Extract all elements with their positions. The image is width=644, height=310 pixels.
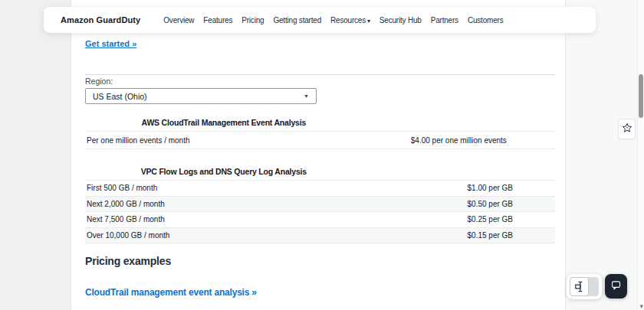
chevron-down-icon: ▾ [367,18,370,24]
brand-logo[interactable]: Amazon GuardDuty [61,15,140,24]
nav-item-features[interactable]: Features [203,16,232,24]
row-label: Per one million events / month [85,136,363,145]
row-label: Next 2,000 GB / month [85,200,363,208]
chevron-down-icon: ▼ [304,93,309,99]
cloudtrail-pricing-table: AWS CloudTrail Management Event Analysis… [85,113,555,149]
region-select[interactable]: US East (Ohio) ▼ [85,88,317,104]
vertical-scrollbar[interactable]: ▾ [637,0,644,310]
pricing-examples-heading: Pricing examples [85,255,171,267]
table-row: First 500 GB / month $1.00 per GB [85,181,555,197]
table-header: AWS CloudTrail Management Event Analysis [85,113,555,132]
scrollbar-down-arrow[interactable]: ▾ [639,302,643,310]
nav-item-partners[interactable]: Partners [431,16,458,24]
table-row: Per one million events / month $4.00 per… [85,132,555,149]
translate-button[interactable] [567,274,602,299]
table-title: AWS CloudTrail Management Event Analysis [85,113,363,131]
row-price: $0.25 per GB [363,215,555,224]
nav-item-resources-label: Resources [330,16,366,24]
favorite-button[interactable] [618,119,636,139]
table-row: Over 10,000 GB / month $0.15 per GB [85,228,555,244]
nav-item-security-hub[interactable]: Security Hub [380,16,422,24]
top-navigation: Amazon GuardDuty Overview Features Prici… [44,7,596,33]
get-started-link[interactable]: Get started » [85,39,136,48]
nav-item-getting-started[interactable]: Getting started [273,16,321,24]
chat-bubble-icon [610,279,622,294]
row-price: $0.15 per GB [363,231,555,240]
content-panel: Get started » Region: US East (Ohio) ▼ A… [71,0,566,310]
nav-item-overview[interactable]: Overview [163,16,194,24]
table-row: Next 2,000 GB / month $0.50 per GB [85,197,555,213]
section-divider [85,74,555,75]
region-label: Region: [85,77,113,86]
row-price: $1.00 per GB [363,184,555,192]
favorite-star-icon [622,122,632,136]
table-title: VPC Flow Logs and DNS Query Log Analysis [85,162,363,180]
row-label: First 500 GB / month [85,184,363,192]
row-price: $4.00 per one million events [363,136,555,145]
row-label: Next 7,500 GB / month [85,215,363,224]
scrollbar-thumb[interactable] [639,74,643,118]
vpc-dns-pricing-table: VPC Flow Logs and DNS Query Log Analysis… [85,162,555,243]
text-tool-icon [570,277,589,296]
nav-item-customers[interactable]: Customers [468,16,504,24]
region-select-value: US East (Ohio) [93,92,147,101]
nav-item-resources[interactable]: Resources▾ [330,16,370,24]
feedback-chat-button[interactable] [605,274,627,299]
table-header: VPC Flow Logs and DNS Query Log Analysis [85,162,555,181]
right-gutter [566,0,637,310]
row-label: Over 10,000 GB / month [85,231,363,240]
row-price: $0.50 per GB [363,200,555,208]
nav-links: Overview Features Pricing Getting starte… [163,16,503,24]
nav-item-pricing[interactable]: Pricing [242,16,264,24]
table-row: Next 7,500 GB / month $0.25 per GB [85,212,555,228]
cloudtrail-example-link[interactable]: CloudTrail management event analysis » [85,287,257,298]
